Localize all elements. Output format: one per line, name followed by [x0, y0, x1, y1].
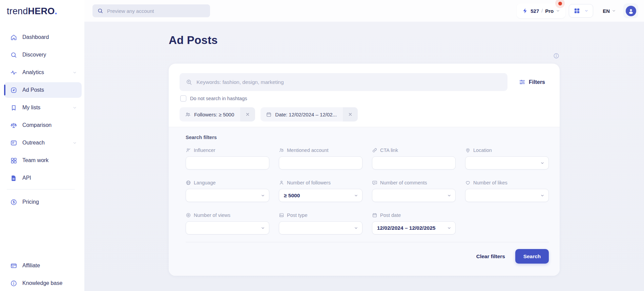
- topbar-right: 527 / Pro EN: [517, 3, 638, 18]
- account-preview-input[interactable]: [107, 8, 205, 14]
- language-label: EN: [603, 8, 610, 14]
- close-icon: [245, 112, 250, 117]
- sidebar-nav: Dashboard Discovery Analytics Ad Posts M…: [0, 29, 84, 210]
- chevron-down-icon: [540, 161, 544, 165]
- person-icon: [627, 7, 635, 15]
- sidebar-divider: [7, 189, 75, 189]
- keywords-search-field[interactable]: [180, 73, 507, 91]
- sidebar-item-affiliate[interactable]: Affiliate: [4, 258, 84, 273]
- sidebar-item-label: Team work: [22, 157, 48, 163]
- remove-date-chip-button[interactable]: [343, 107, 358, 121]
- influencer-input[interactable]: [186, 156, 269, 170]
- bookmark-icon: [10, 104, 17, 111]
- keywords-row: Filters: [180, 73, 546, 91]
- sidebar-item-comparison[interactable]: Comparison: [4, 117, 82, 133]
- globe-icon: [186, 180, 191, 185]
- user-menu[interactable]: [623, 3, 638, 18]
- field-mentioned-account: Mentioned account: [279, 147, 362, 170]
- location-pin-icon: [465, 148, 471, 153]
- sidebar-item-label: Knowledge base: [22, 280, 62, 286]
- chip-body: Date: 12/02/2024 – 12/02...: [261, 112, 343, 117]
- field-location: Location: [465, 147, 549, 170]
- sidebar-item-label: Discovery: [22, 52, 46, 58]
- field-label-row: Number of likes: [465, 180, 549, 186]
- keywords-input[interactable]: [196, 79, 501, 85]
- field-label-row: Number of followers: [279, 180, 362, 186]
- chip-body: Followers: ≥ 5000: [180, 112, 240, 117]
- field-label-row: Post type: [279, 212, 362, 218]
- avatar: [626, 6, 636, 16]
- chevron-down-icon: [72, 106, 77, 110]
- section-title: Search filters: [186, 135, 549, 140]
- sidebar-item-my-lists[interactable]: My lists: [4, 100, 82, 115]
- post-type-select[interactable]: [279, 221, 362, 234]
- sidebar-item-label: Dashboard: [22, 34, 49, 40]
- select-value: 12/02/2024 – 12/02/2025: [377, 225, 435, 231]
- account-preview-search[interactable]: [92, 4, 210, 17]
- keyword-search-icon: [186, 79, 192, 86]
- number-of-likes-select[interactable]: [465, 189, 549, 202]
- credits-plan-menu[interactable]: 527 / Pro: [517, 3, 565, 18]
- chip-label: Date: 12/02/2024 – 12/02...: [275, 112, 337, 117]
- heart-icon: [465, 180, 471, 185]
- affiliate-card-icon: [10, 262, 17, 269]
- pricing-dollar-icon: $: [10, 199, 17, 206]
- hashtags-checkbox-label: Do not search in hashtags: [190, 96, 247, 101]
- number-of-comments-select[interactable]: [372, 189, 456, 202]
- hashtags-checkbox[interactable]: [180, 95, 186, 102]
- field-label: Mentioned account: [287, 148, 329, 153]
- brand-logo[interactable]: trendHERO.: [0, 0, 84, 17]
- field-label-row: CTA link: [372, 147, 456, 153]
- sidebar-item-ad-posts[interactable]: Ad Posts: [4, 82, 82, 98]
- calendar-icon: [266, 112, 272, 117]
- field-post-type: Post type: [279, 212, 362, 234]
- views-eye-icon: [186, 212, 191, 218]
- search-icon: [10, 51, 17, 59]
- language-selector[interactable]: EN: [603, 8, 616, 14]
- apps-menu[interactable]: [569, 4, 593, 18]
- chevron-down-icon: [72, 70, 77, 75]
- field-post-date: Post date 12/02/2024 – 12/02/2025: [372, 212, 456, 234]
- field-label: Influencer: [194, 148, 215, 153]
- search-icon: [97, 8, 103, 14]
- sidebar-item-outreach[interactable]: Outreach: [4, 135, 82, 151]
- field-label: Number of likes: [473, 180, 507, 185]
- cta-link-input[interactable]: [372, 156, 456, 170]
- sidebar-item-dashboard[interactable]: Dashboard: [4, 29, 82, 45]
- date-filter-chip: Date: 12/02/2024 – 12/02...: [261, 107, 358, 121]
- sidebar-item-pricing[interactable]: $ Pricing: [4, 194, 82, 210]
- filters-button[interactable]: Filters: [518, 76, 546, 88]
- number-of-followers-select[interactable]: ≥ 5000: [279, 189, 362, 202]
- number-of-views-select[interactable]: [186, 221, 269, 234]
- sidebar-item-discovery[interactable]: Discovery: [4, 47, 82, 63]
- plan-label: Pro: [545, 8, 554, 14]
- remove-followers-chip-button[interactable]: [240, 107, 255, 121]
- active-filter-chips: Followers: ≥ 5000 Date: 12/02/2024 – 12/…: [180, 107, 546, 121]
- post-date-select[interactable]: 12/02/2024 – 12/02/2025: [372, 221, 456, 234]
- sidebar-item-knowledge-base[interactable]: Knowledge base: [4, 275, 84, 291]
- language-select[interactable]: [186, 189, 269, 202]
- active-indicator: [4, 85, 5, 95]
- notification-halo: [555, 0, 565, 8]
- sidebar-item-team-work[interactable]: Team work: [4, 153, 82, 168]
- sidebar-item-api[interactable]: API: [4, 170, 82, 186]
- svg-text:$: $: [13, 200, 15, 204]
- followers-filter-chip: Followers: ≥ 5000: [180, 107, 255, 121]
- brand-logo-bold: HERO: [28, 6, 55, 17]
- lightning-bolt-icon: [522, 8, 528, 14]
- field-label: Language: [194, 180, 216, 185]
- chevron-down-icon: [447, 194, 451, 198]
- location-select[interactable]: [465, 156, 549, 170]
- close-icon: [348, 112, 353, 117]
- info-icon[interactable]: [553, 53, 559, 59]
- brand-logo-dot: .: [55, 6, 57, 17]
- sidebar-item-analytics[interactable]: Analytics: [4, 65, 82, 80]
- clear-filters-button[interactable]: Clear filters: [476, 253, 505, 260]
- mentioned-account-input[interactable]: [279, 156, 362, 170]
- field-label-row: Language: [186, 180, 269, 186]
- calendar-icon: [372, 212, 377, 218]
- search-button[interactable]: Search: [515, 249, 549, 264]
- field-number-of-views: Number of views: [186, 212, 269, 234]
- field-number-of-followers: Number of followers ≥ 5000: [279, 180, 362, 202]
- field-label: CTA link: [380, 148, 398, 153]
